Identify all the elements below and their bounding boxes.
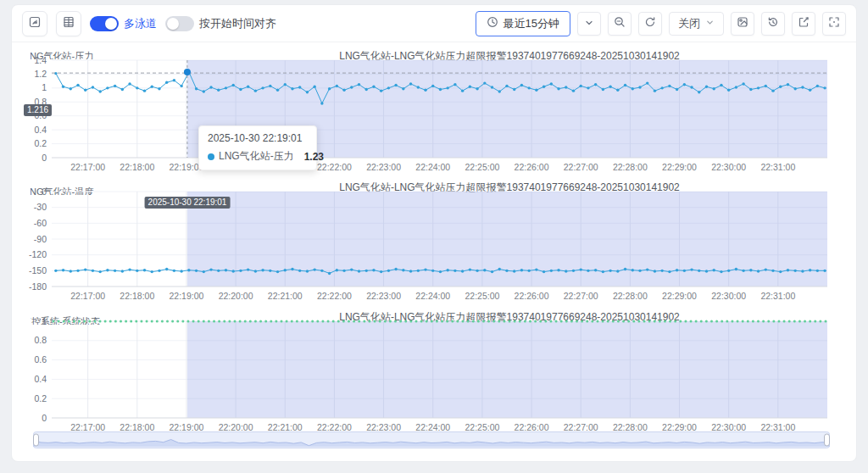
image-export-icon: [737, 16, 748, 31]
data-point: [535, 268, 537, 270]
status-chart[interactable]: 10.80.60.40.2022:17:0022:18:0022:19:0022…: [12, 308, 858, 431]
data-point: [505, 85, 508, 87]
data-point: [306, 270, 309, 272]
data-point: [742, 82, 744, 85]
status-data-point: [192, 320, 195, 323]
data-point: [624, 268, 626, 270]
status-data-point: [534, 320, 537, 323]
status-data-point: [420, 320, 423, 323]
close-dropdown-button[interactable]: 关闭: [669, 12, 724, 36]
data-point: [291, 87, 293, 90]
data-point: [380, 89, 382, 92]
chart-view-button[interactable]: [22, 11, 47, 36]
refresh-icon: [644, 16, 656, 31]
data-point: [254, 270, 257, 272]
data-point: [54, 270, 57, 272]
table-view-button[interactable]: [56, 11, 81, 36]
x-tick-label: 22:19:00: [170, 422, 204, 431]
status-data-point: [777, 320, 780, 323]
data-point: [727, 89, 730, 92]
data-point: [365, 270, 368, 272]
chevron-down-icon: [705, 17, 715, 30]
x-tick-label: 22:23:00: [366, 162, 401, 172]
status-data-point: [436, 320, 438, 323]
status-data-point: [109, 320, 112, 323]
zoom-out-button[interactable]: [608, 12, 632, 36]
datazoom-right-handle[interactable]: [825, 434, 830, 446]
data-point: [765, 268, 767, 270]
time-range-expand-button[interactable]: [577, 12, 601, 36]
tooltip-series-label: LNG气化站-压力: [219, 149, 294, 164]
status-data-point: [659, 320, 661, 323]
data-point: [121, 88, 124, 91]
status-data-point: [342, 320, 345, 323]
status-data-point: [705, 320, 708, 323]
data-point: [269, 85, 271, 87]
time-range-button[interactable]: 最近15分钟: [476, 11, 570, 36]
snapshot-export-button[interactable]: [731, 12, 754, 36]
tooltip-value: 1.23: [294, 151, 324, 163]
status-data-point: [602, 320, 604, 323]
status-data-point: [203, 320, 205, 323]
status-data-point: [498, 320, 500, 323]
y-tick-label: 0.4: [34, 125, 47, 135]
x-tick-label: 22:20:00: [219, 291, 253, 301]
status-data-point: [161, 320, 164, 323]
fullscreen-button[interactable]: [822, 12, 846, 36]
highlight-region: [187, 192, 827, 287]
data-point: [394, 84, 397, 86]
data-point: [387, 270, 390, 272]
multi-lane-label: 多泳道: [124, 16, 157, 31]
data-point: [203, 90, 205, 92]
multi-lane-toggle[interactable]: [90, 16, 119, 31]
series-dot-icon: [208, 153, 214, 160]
status-data-point: [591, 320, 593, 323]
data-point: [98, 90, 101, 92]
status-data-point: [477, 320, 480, 323]
data-point: [446, 269, 448, 271]
data-point: [469, 268, 471, 270]
x-tick-label: 22:30:00: [711, 422, 746, 431]
y-tick-label: -30: [34, 202, 47, 212]
data-point: [698, 91, 700, 93]
status-data-point: [73, 320, 75, 323]
datazoom-left-handle[interactable]: [34, 434, 39, 446]
charts-area: LNG气化站-LNG气化站压力超限报警1937401977669248-2025…: [12, 42, 858, 463]
history-button[interactable]: [761, 12, 785, 36]
pressure-chart[interactable]: 1.41.210.80.60.40.2022:17:0022:18:0022:1…: [12, 42, 858, 178]
data-point: [749, 88, 752, 91]
data-point: [195, 270, 198, 272]
clock-icon: [487, 16, 498, 31]
x-tick-label: 22:21:00: [268, 291, 303, 301]
data-point: [298, 270, 301, 272]
data-point: [771, 270, 774, 272]
data-point: [453, 270, 456, 272]
status-data-point: [166, 320, 169, 323]
status-data-point: [737, 320, 739, 323]
refresh-button[interactable]: [638, 12, 662, 36]
status-data-point: [208, 320, 210, 323]
status-data-point: [762, 320, 765, 323]
x-tick-label: 22:17:00: [70, 291, 105, 301]
x-tick-label: 22:25:00: [465, 422, 499, 431]
temperature-chart[interactable]: 0-30-60-90-120-150-18022:17:0022:18:0022…: [12, 178, 858, 308]
data-point: [328, 272, 331, 275]
datazoom-slider[interactable]: [33, 431, 830, 448]
status-data-point: [695, 320, 698, 323]
data-point: [461, 89, 464, 92]
status-data-point: [176, 320, 179, 323]
data-point: [787, 83, 789, 86]
data-point: [469, 86, 471, 88]
data-point: [239, 270, 242, 272]
status-data-point: [275, 320, 277, 323]
status-data-point: [358, 320, 360, 323]
data-point: [417, 270, 420, 272]
edit-export-button[interactable]: [792, 12, 815, 36]
align-start-toggle[interactable]: [165, 16, 194, 31]
data-point: [128, 268, 131, 270]
data-point: [358, 270, 360, 272]
data-point: [394, 268, 397, 270]
status-data-point: [446, 320, 448, 323]
x-tick-label: 22:18:00: [120, 422, 154, 431]
status-data-point: [363, 320, 365, 323]
